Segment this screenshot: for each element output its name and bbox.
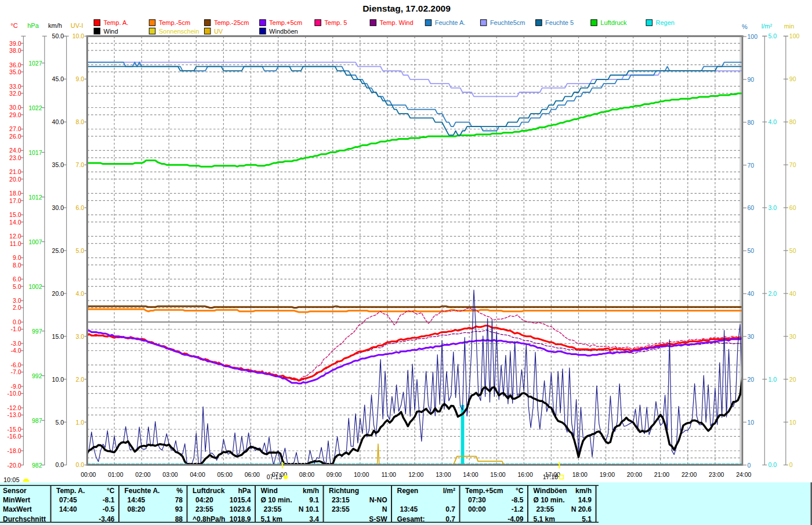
svg-text:00:00: 00:00 xyxy=(468,505,486,513)
svg-text:hPa: hPa xyxy=(27,22,39,29)
svg-text:20:00: 20:00 xyxy=(627,471,642,478)
svg-text:-3.46: -3.46 xyxy=(99,515,115,523)
svg-text:35.0: 35.0 xyxy=(52,161,64,168)
svg-text:Temp. 5: Temp. 5 xyxy=(324,19,347,26)
svg-text:°C: °C xyxy=(516,487,524,495)
svg-text:17:18: 17:18 xyxy=(543,473,558,480)
svg-text:11:00: 11:00 xyxy=(381,471,396,478)
svg-text:UV-I: UV-I xyxy=(71,22,83,29)
svg-text:10.0: 10.0 xyxy=(72,32,85,39)
svg-text:8.0: 8.0 xyxy=(76,118,85,125)
svg-text:90: 90 xyxy=(748,76,755,83)
svg-text:-16.0: -16.0 xyxy=(8,433,21,440)
svg-text:-1.0: -1.0 xyxy=(10,325,21,332)
svg-text:03:00: 03:00 xyxy=(162,471,177,478)
svg-text:30: 30 xyxy=(789,333,796,340)
svg-text:^0.8hPa/h: ^0.8hPa/h xyxy=(193,515,225,523)
svg-text:-8.1: -8.1 xyxy=(103,496,115,504)
svg-text:00:00: 00:00 xyxy=(81,471,96,478)
svg-text:5.0: 5.0 xyxy=(76,247,85,254)
svg-text:15.0: 15.0 xyxy=(52,333,64,340)
svg-text:Windböen: Windböen xyxy=(269,28,298,35)
svg-text:30: 30 xyxy=(748,333,755,340)
svg-text:1027: 1027 xyxy=(28,60,42,67)
svg-text:-6.0: -6.0 xyxy=(10,361,21,368)
svg-text:Ø 10 min.: Ø 10 min. xyxy=(261,496,292,504)
svg-text:50: 50 xyxy=(789,247,796,254)
svg-text:0.0: 0.0 xyxy=(55,461,64,468)
svg-text:1018.9: 1018.9 xyxy=(230,515,251,523)
svg-text:07:45: 07:45 xyxy=(59,496,77,504)
svg-text:-4.0: -4.0 xyxy=(10,347,21,354)
svg-text:45.0: 45.0 xyxy=(52,75,64,82)
svg-text:Feuchte A.: Feuchte A. xyxy=(125,487,160,495)
svg-text:1012: 1012 xyxy=(28,194,42,201)
svg-text:0.0: 0.0 xyxy=(76,461,85,468)
svg-text:Temp.-25cm: Temp.-25cm xyxy=(214,19,249,26)
svg-text:0.7: 0.7 xyxy=(445,505,455,513)
svg-text:5.0: 5.0 xyxy=(768,32,777,39)
svg-text:06:00: 06:00 xyxy=(245,471,260,478)
svg-text:-10.0: -10.0 xyxy=(8,390,21,397)
svg-text:17.0: 17.0 xyxy=(9,197,21,204)
svg-text:10:05: 10:05 xyxy=(3,476,20,483)
svg-text:-15.0: -15.0 xyxy=(8,426,21,433)
svg-text:14.0: 14.0 xyxy=(9,219,21,226)
svg-text:S-SW: S-SW xyxy=(369,515,387,523)
svg-text:21.0: 21.0 xyxy=(9,168,21,175)
svg-text:5,1 km: 5,1 km xyxy=(534,515,555,523)
svg-text:-1.2: -1.2 xyxy=(512,505,524,513)
svg-text:1.0: 1.0 xyxy=(768,376,777,383)
svg-text:32.0: 32.0 xyxy=(9,90,21,97)
svg-text:50.0: 50.0 xyxy=(52,32,64,39)
svg-text:5.0: 5.0 xyxy=(13,283,21,290)
svg-text:9.1: 9.1 xyxy=(309,496,319,504)
svg-text:3.0: 3.0 xyxy=(13,297,21,304)
svg-text:5.0: 5.0 xyxy=(55,419,64,426)
svg-text:02:00: 02:00 xyxy=(135,471,150,478)
svg-text:3.0: 3.0 xyxy=(76,333,85,340)
svg-text:60: 60 xyxy=(748,204,755,211)
svg-text:4.0: 4.0 xyxy=(768,118,777,125)
svg-text:10:00: 10:00 xyxy=(354,471,369,478)
svg-text:3.4: 3.4 xyxy=(309,515,319,523)
svg-text:N-NO: N-NO xyxy=(369,496,387,504)
svg-text:11.0: 11.0 xyxy=(10,240,21,247)
svg-text:23:55: 23:55 xyxy=(195,505,213,513)
svg-text:04:00: 04:00 xyxy=(190,471,205,478)
svg-text:-7.0: -7.0 xyxy=(10,368,21,375)
svg-text:1007: 1007 xyxy=(28,238,42,245)
svg-text:23:00: 23:00 xyxy=(709,471,724,478)
svg-text:38.0: 38.0 xyxy=(9,47,21,54)
svg-text:24:00: 24:00 xyxy=(736,471,751,478)
svg-text:80: 80 xyxy=(748,119,755,126)
svg-text:26.0: 26.0 xyxy=(9,133,21,140)
svg-text:13:00: 13:00 xyxy=(436,471,451,478)
svg-text:25.0: 25.0 xyxy=(52,247,64,254)
svg-text:80: 80 xyxy=(789,118,796,125)
svg-text:18.0: 18.0 xyxy=(9,190,21,197)
svg-text:-8.5: -8.5 xyxy=(512,496,524,504)
svg-text:27.0: 27.0 xyxy=(9,125,21,132)
svg-text:997: 997 xyxy=(32,328,42,335)
svg-text:20: 20 xyxy=(789,376,796,383)
svg-text:07:30: 07:30 xyxy=(468,496,486,504)
svg-text:2.0: 2.0 xyxy=(13,304,21,311)
svg-text:5.1: 5.1 xyxy=(582,515,592,523)
svg-text:23:55: 23:55 xyxy=(332,505,350,513)
svg-text:Temp. A.: Temp. A. xyxy=(104,19,129,26)
svg-text:08:00: 08:00 xyxy=(299,471,314,478)
svg-text:6.0: 6.0 xyxy=(76,204,85,211)
svg-text:Ø 10 min.: Ø 10 min. xyxy=(534,496,565,504)
svg-text:0.7: 0.7 xyxy=(445,515,455,523)
svg-text:09:00: 09:00 xyxy=(327,471,342,478)
svg-text:°C: °C xyxy=(10,22,17,29)
svg-text:35.0: 35.0 xyxy=(9,68,21,75)
svg-text:01:00: 01:00 xyxy=(108,471,123,478)
svg-text:5,1 km: 5,1 km xyxy=(261,515,282,523)
svg-text:-18.0: -18.0 xyxy=(8,447,21,454)
svg-text:100: 100 xyxy=(789,32,800,39)
svg-text:10: 10 xyxy=(748,419,755,426)
svg-text:6.0: 6.0 xyxy=(13,276,21,283)
svg-text:15:00: 15:00 xyxy=(490,471,505,478)
